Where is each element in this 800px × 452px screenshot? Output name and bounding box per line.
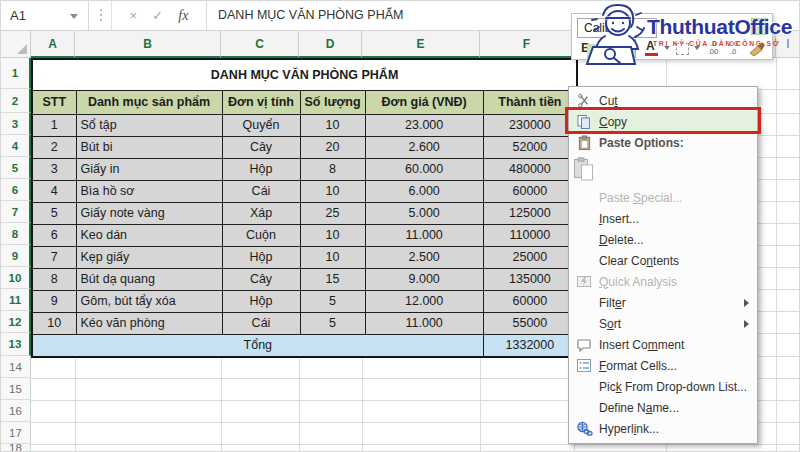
table-header-cell[interactable]: Thành tiền	[483, 90, 577, 114]
table-cell[interactable]: 10	[32, 312, 76, 334]
table-cell[interactable]: 10	[300, 246, 365, 268]
name-box[interactable]: A1	[1, 1, 89, 30]
row-header-2[interactable]: 2	[1, 89, 31, 113]
table-cell[interactable]: 60.000	[365, 158, 483, 180]
table-cell[interactable]: 110000	[483, 224, 577, 246]
row-header-5[interactable]: 5	[1, 157, 31, 179]
table-header-cell[interactable]: Số lượng	[300, 90, 365, 114]
table-cell[interactable]: 15	[300, 268, 365, 290]
table-cell[interactable]: 55000	[483, 312, 577, 334]
menu-item-insert[interactable]: Insert...	[569, 208, 757, 229]
table-cell[interactable]: Cây	[222, 136, 300, 158]
table-cell[interactable]: 5	[32, 202, 76, 224]
total-value-cell[interactable]: 1332000	[483, 334, 577, 357]
table-cell[interactable]: Cuộn	[222, 224, 300, 246]
select-all-button[interactable]	[1, 31, 31, 58]
column-header-B[interactable]: B	[75, 31, 221, 58]
table-cell[interactable]: Giấy in	[76, 158, 222, 180]
table-cell[interactable]: 60000	[483, 290, 577, 312]
table-cell[interactable]: Hộp	[222, 290, 300, 312]
table-cell[interactable]: 9	[32, 290, 76, 312]
table-cell[interactable]: 60000	[483, 180, 577, 202]
table-cell[interactable]: 7	[32, 246, 76, 268]
table-header-cell[interactable]: Đơn giá (VNĐ)	[365, 90, 483, 114]
table-cell[interactable]: Quyển	[222, 114, 300, 136]
table-cell[interactable]: Sổ tập	[76, 114, 222, 136]
column-header-E[interactable]: E	[362, 31, 480, 58]
table-cell[interactable]: Kẹp giấy	[76, 246, 222, 268]
table-cell[interactable]: 3	[32, 158, 76, 180]
table-cell[interactable]: Bút dạ quang	[76, 268, 222, 290]
menu-item-filter[interactable]: Filter	[569, 292, 757, 313]
table-cell[interactable]: Xáp	[222, 202, 300, 224]
table-header-cell[interactable]: Đơn vị tính	[222, 90, 300, 114]
menu-item-sort[interactable]: Sort	[569, 313, 757, 334]
table-cell[interactable]: 10	[300, 180, 365, 202]
table-cell[interactable]: 11.000	[365, 312, 483, 334]
column-header-A[interactable]: A	[31, 31, 75, 58]
row-header-7[interactable]: 7	[1, 201, 31, 223]
row-header-15[interactable]: 15	[1, 378, 31, 400]
table-cell[interactable]: Hộp	[222, 158, 300, 180]
table-cell[interactable]: Bút bi	[76, 136, 222, 158]
table-cell[interactable]: 5	[300, 312, 365, 334]
table-cell[interactable]: 2.600	[365, 136, 483, 158]
insert-function-icon[interactable]: fx	[178, 8, 188, 24]
table-cell[interactable]: 480000	[483, 158, 577, 180]
row-header-18[interactable]: 18	[1, 444, 31, 452]
row-header-3[interactable]: 3	[1, 113, 31, 135]
row-header-17[interactable]: 17	[1, 422, 31, 444]
table-cell[interactable]: Gôm, bút tẩy xóa	[76, 290, 222, 312]
menu-item-hyperlink[interactable]: Hyperlink...	[569, 418, 757, 439]
table-header-cell[interactable]: Danh mục sản phẩm	[76, 90, 222, 114]
table-cell[interactable]: 25	[300, 202, 365, 224]
table-cell[interactable]: Keo dán	[76, 224, 222, 246]
row-header-9[interactable]: 9	[1, 245, 31, 267]
table-cell[interactable]: 25000	[483, 246, 577, 268]
table-cell[interactable]: Hộp	[222, 246, 300, 268]
row-header-16[interactable]: 16	[1, 400, 31, 422]
menu-item-insert-comment[interactable]: Insert Comment	[569, 334, 757, 355]
table-cell[interactable]: 8	[300, 158, 365, 180]
table-header-cell[interactable]: STT	[32, 90, 76, 114]
cancel-icon[interactable]: ×	[130, 8, 138, 23]
table-cell[interactable]: Cây	[222, 268, 300, 290]
column-header-F[interactable]: F	[480, 31, 574, 58]
column-header-D[interactable]: D	[299, 31, 362, 58]
menu-item-paste-preview[interactable]	[569, 153, 757, 187]
table-cell[interactable]: 4	[32, 180, 76, 202]
menu-item-clear-contents[interactable]: Clear Contents	[569, 250, 757, 271]
menu-item-format-cells[interactable]: Format Cells...	[569, 355, 757, 376]
table-cell[interactable]: 125000	[483, 202, 577, 224]
table-cell[interactable]: 5	[300, 290, 365, 312]
table-cell[interactable]: 52000	[483, 136, 577, 158]
menu-item-define-name[interactable]: Define Name...	[569, 397, 757, 418]
row-header-13[interactable]: 13	[1, 333, 31, 356]
column-header-C[interactable]: C	[221, 31, 299, 58]
name-box-dropdown-icon[interactable]	[70, 14, 78, 19]
table-cell[interactable]: 135000	[483, 268, 577, 290]
table-cell[interactable]: 12.000	[365, 290, 483, 312]
table-cell[interactable]: 1	[32, 114, 76, 136]
table-cell[interactable]: 20	[300, 136, 365, 158]
row-header-12[interactable]: 12	[1, 311, 31, 333]
table-cell[interactable]: 5.000	[365, 202, 483, 224]
table-cell[interactable]: Cái	[222, 312, 300, 334]
table-cell[interactable]: Kéo văn phòng	[76, 312, 222, 334]
table-cell[interactable]: Giấy note vàng	[76, 202, 222, 224]
row-header-14[interactable]: 14	[1, 356, 31, 378]
menu-item-paste-options[interactable]: Paste Options:	[569, 132, 757, 153]
row-header-6[interactable]: 6	[1, 179, 31, 201]
table-cell[interactable]: 6.000	[365, 180, 483, 202]
table-cell[interactable]: 230000	[483, 114, 577, 136]
table-cell[interactable]: 2	[32, 136, 76, 158]
row-header-1[interactable]: 1	[1, 58, 31, 89]
row-header-10[interactable]: 10	[1, 267, 31, 289]
table-cell[interactable]: Cái	[222, 180, 300, 202]
table-cell[interactable]: 10	[300, 224, 365, 246]
row-header-11[interactable]: 11	[1, 289, 31, 311]
table-cell[interactable]: 23.000	[365, 114, 483, 136]
table-cell[interactable]: 9.000	[365, 268, 483, 290]
table-cell[interactable]: 10	[300, 114, 365, 136]
row-header-4[interactable]: 4	[1, 135, 31, 157]
